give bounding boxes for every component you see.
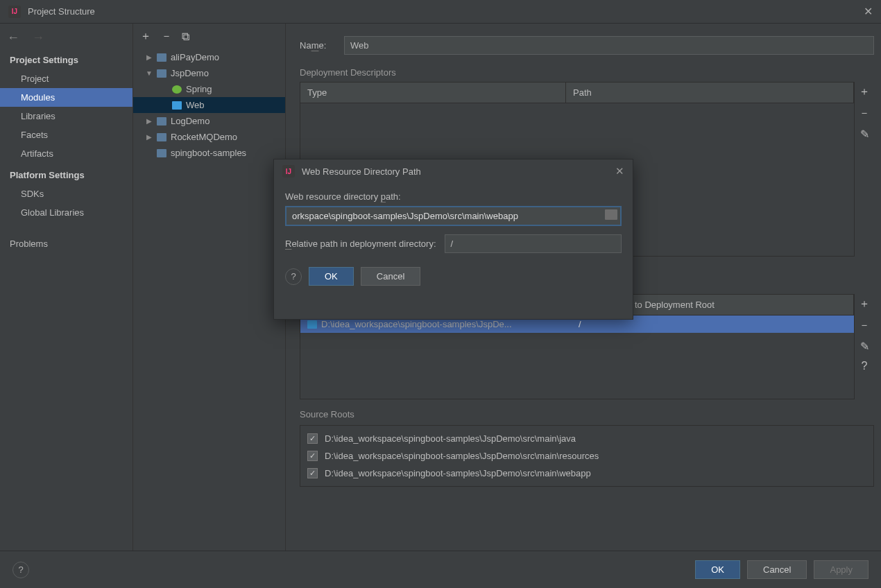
ok-button[interactable]: OK — [695, 560, 740, 579]
checkbox-checked-icon[interactable]: ✓ — [307, 468, 318, 478]
tree-node-selected[interactable]: Web — [133, 97, 285, 113]
app-logo-icon: IJ — [8, 6, 21, 18]
sidebar-item-problems[interactable]: Problems — [0, 234, 132, 253]
dialog-title: Web Resource Directory Path — [302, 166, 615, 177]
ok-button[interactable]: OK — [309, 267, 354, 286]
relative-path-label: Relative path in deployment directory: — [285, 239, 436, 249]
folder-icon — [157, 53, 166, 62]
remove-icon[interactable]: － — [161, 29, 172, 44]
folder-icon — [307, 320, 317, 329]
folder-icon — [157, 133, 166, 141]
sidebar-item-global-libraries[interactable]: Global Libraries — [0, 203, 132, 222]
tree-node[interactable]: spingboot-samples — [133, 145, 285, 161]
cancel-button[interactable]: Cancel — [361, 267, 420, 286]
source-root-row[interactable]: ✓D:\idea_workspace\spingboot-samples\Jsp… — [300, 430, 873, 447]
module-tree: ＋ － ⧉ ▶aliPayDemo ▼JspDemo Spring Web ▶L… — [133, 24, 286, 551]
cancel-button[interactable]: Cancel — [747, 560, 807, 579]
relative-path-input[interactable]: / — [445, 234, 622, 253]
source-root-row[interactable]: ✓D:\idea_workspace\spingboot-samples\Jsp… — [300, 465, 873, 482]
remove-icon[interactable]: － — [859, 106, 870, 121]
sidebar-item-artifacts[interactable]: Artifacts — [0, 144, 132, 163]
copy-icon[interactable]: ⧉ — [182, 31, 189, 43]
section-platform-settings: Platform Settings — [0, 163, 132, 184]
tree-node[interactable]: ▶RocketMQDemo — [133, 129, 285, 145]
col-path[interactable]: Path — [566, 83, 854, 103]
remove-icon[interactable]: － — [859, 318, 870, 333]
help-button[interactable]: ? — [12, 562, 29, 578]
sidebar-item-modules[interactable]: Modules — [0, 88, 132, 107]
name-label: Name: — [300, 40, 334, 51]
checkbox-checked-icon[interactable]: ✓ — [307, 451, 318, 461]
sidebar-item-facets[interactable]: Facets — [0, 126, 132, 144]
dialog-footer: ? OK Cancel Apply — [0, 551, 881, 588]
tree-node[interactable]: ▼JspDemo — [133, 65, 285, 81]
folder-icon — [157, 149, 166, 157]
deployment-descriptors-label: Deployment Descriptors — [300, 67, 874, 78]
edit-icon[interactable]: ✎ — [860, 128, 869, 141]
name-input[interactable]: Web — [344, 36, 874, 55]
nav-back-icon[interactable]: ← — [7, 31, 19, 45]
app-logo-icon: IJ — [282, 165, 295, 178]
window-title: Project Structure — [28, 6, 864, 17]
tree-node[interactable]: ▶aliPayDemo — [133, 49, 285, 65]
help-icon[interactable]: ? — [862, 360, 868, 372]
web-icon — [172, 101, 182, 110]
tree-node[interactable]: Spring — [133, 81, 285, 97]
spring-icon — [172, 85, 182, 94]
add-icon[interactable]: ＋ — [859, 85, 870, 99]
add-icon[interactable]: ＋ — [859, 297, 870, 311]
close-icon[interactable]: ✕ — [615, 165, 624, 178]
folder-icon — [157, 117, 166, 126]
checkbox-checked-icon[interactable]: ✓ — [307, 433, 318, 444]
section-project-settings: Project Settings — [0, 48, 132, 69]
col-type[interactable]: Type — [300, 83, 566, 103]
sidebar-item-sdks[interactable]: SDKs — [0, 184, 132, 203]
source-root-row[interactable]: ✓D:\idea_workspace\spingboot-samples\Jsp… — [300, 447, 873, 465]
edit-icon[interactable]: ✎ — [860, 340, 869, 353]
path-input[interactable]: orkspace\spingboot-samples\JspDemo\src\m… — [285, 206, 622, 226]
folder-icon — [157, 69, 166, 78]
sidebar-item-libraries[interactable]: Libraries — [0, 107, 132, 126]
titlebar: IJ Project Structure ✕ — [0, 0, 881, 24]
apply-button[interactable]: Apply — [814, 560, 869, 579]
browse-folder-icon[interactable] — [605, 209, 617, 220]
path-label: Web resource directory path: — [285, 191, 622, 202]
add-icon[interactable]: ＋ — [140, 29, 151, 44]
source-roots-label: Source Roots — [300, 409, 874, 420]
web-resource-path-dialog: IJ Web Resource Directory Path ✕ Web res… — [273, 159, 633, 320]
help-button[interactable]: ? — [285, 268, 302, 285]
nav-forward-icon: → — [32, 31, 44, 45]
tree-node[interactable]: ▶LogDemo — [133, 113, 285, 129]
sidebar-item-project[interactable]: Project — [0, 69, 132, 88]
close-icon[interactable]: ✕ — [864, 5, 873, 18]
settings-sidebar: ← → Project Settings Project Modules Lib… — [0, 24, 133, 551]
